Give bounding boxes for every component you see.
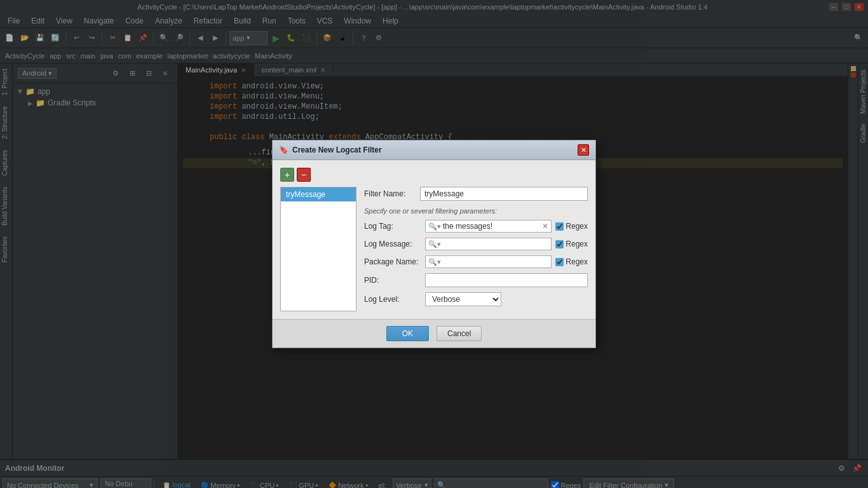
log-message-input[interactable] [443,240,548,248]
modal-footer: OK Cancel [273,319,595,348]
package-name-input[interactable] [443,257,548,266]
loglevel-wrap: Verbose Debug Info Warn Error Assert [425,292,501,306]
log-message-label: Log Message: [364,240,421,248]
log-message-regex: Regex [555,240,588,248]
package-name-regex-label: Regex [566,257,588,266]
log-level-row: Log Level: Verbose Debug Info Warn Error… [364,292,588,306]
add-icon: + [285,170,290,180]
log-tag-regex-label: Regex [566,222,588,231]
modal-add-filter-btn[interactable]: + [280,168,294,182]
modal-title-text: Create New Logcat Filter [292,146,382,154]
log-tag-row: Log Tag: 🔍▾ ✕ Regex [364,220,588,233]
log-message-input-wrap: 🔍▾ [425,238,552,250]
filter-item-trymessage[interactable]: tryMessage [281,187,356,201]
modal-body: + − tryMessage Filter Name: Specif [273,160,595,319]
log-tag-regex-checkbox[interactable] [555,222,564,231]
filter-list: tryMessage [280,187,356,311]
log-tag-search-icon: 🔍▾ [428,222,441,231]
log-tag-input[interactable] [443,222,542,231]
package-name-regex-checkbox[interactable] [555,258,564,266]
log-tag-label: Log Tag: [364,222,421,231]
modal-title: 🔖 Create New Logcat Filter [279,146,382,154]
modal-toolbar: + − [280,168,588,182]
modal-icon: 🔖 [279,146,288,154]
log-message-search-icon: 🔍▾ [428,240,441,248]
modal-ok-button[interactable]: OK [386,326,429,341]
log-message-row: Log Message: 🔍▾ Regex [364,238,588,250]
create-filter-modal: 🔖 Create New Logcat Filter ✕ + − tryMess… [272,140,596,348]
loglevel-select[interactable]: Verbose Debug Info Warn Error Assert [425,292,501,306]
package-name-input-wrap: 🔍▾ [425,255,552,268]
package-name-search-icon: 🔍▾ [428,258,441,266]
log-tag-input-wrap: 🔍▾ ✕ [425,220,552,233]
package-name-label: Package Name: [364,257,421,266]
log-level-label: Log Level: [364,295,421,304]
package-name-regex: Regex [555,257,588,266]
filter-params: Filter Name: Specify one or several filt… [364,187,588,311]
filter-name-row: Filter Name: [364,187,588,201]
modal-overlay: 🔖 Create New Logcat Filter ✕ + − tryMess… [0,0,868,488]
modal-titlebar: 🔖 Create New Logcat Filter ✕ [273,140,595,160]
modal-close-button[interactable]: ✕ [578,144,589,156]
pid-row: PID: [364,273,588,287]
filter-name-input[interactable] [420,187,588,201]
modal-content: tryMessage Filter Name: Specify one or s… [280,187,588,311]
log-message-regex-label: Regex [566,240,588,248]
remove-icon: − [301,170,306,180]
pid-label: PID: [364,276,421,285]
modal-cancel-button[interactable]: Cancel [437,326,482,341]
package-name-row: Package Name: 🔍▾ Regex [364,255,588,268]
pid-input[interactable] [425,273,588,287]
log-tag-regex: Regex [555,222,588,231]
filter-name-label: Filter Name: [364,189,415,198]
modal-remove-filter-btn[interactable]: − [297,168,311,182]
log-tag-clear-btn[interactable]: ✕ [542,222,548,231]
param-desc: Specify one or several filtering paramet… [364,207,588,215]
log-message-regex-checkbox[interactable] [555,240,564,248]
